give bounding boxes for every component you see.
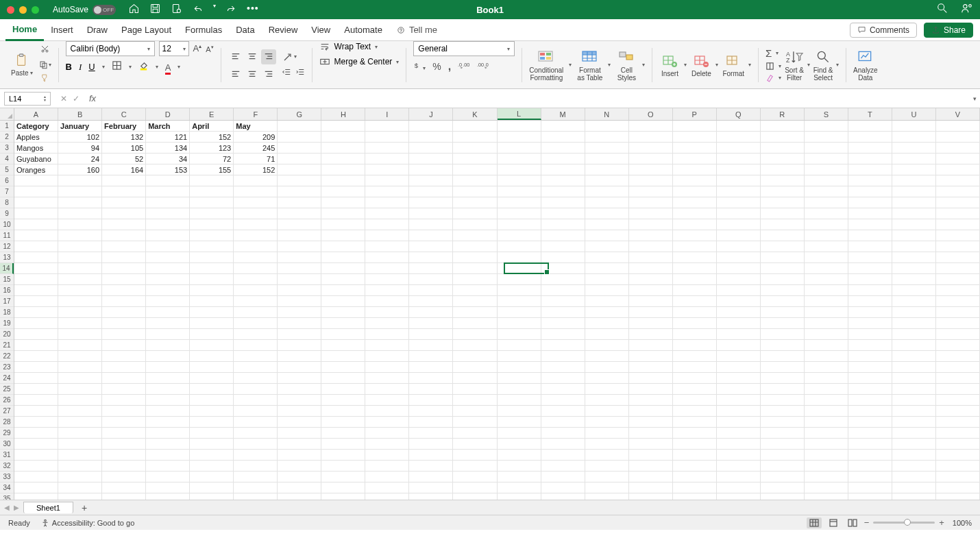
cell-P25[interactable]	[673, 384, 717, 395]
cell-O11[interactable]	[629, 230, 673, 241]
cell-C16[interactable]	[102, 285, 146, 296]
cell-V21[interactable]	[936, 340, 980, 351]
cell-E30[interactable]	[190, 439, 234, 450]
cell-L13[interactable]	[498, 252, 541, 263]
row-header-8[interactable]: 8	[0, 197, 14, 208]
cell-N8[interactable]	[585, 197, 629, 208]
cell-K1[interactable]	[453, 121, 497, 132]
cell-T35[interactable]	[848, 493, 892, 500]
cell-I5[interactable]	[365, 164, 409, 175]
cell-Q26[interactable]	[717, 395, 761, 406]
cell-K34[interactable]	[453, 482, 497, 493]
cell-M9[interactable]	[541, 208, 585, 219]
cell-B7[interactable]	[58, 186, 102, 197]
cell-N22[interactable]	[585, 351, 629, 362]
cell-B25[interactable]	[58, 384, 102, 395]
cell-S6[interactable]	[805, 175, 848, 186]
cell-O2[interactable]	[629, 132, 673, 143]
cell-V2[interactable]	[936, 132, 980, 143]
comma-format-icon[interactable]: ,	[448, 60, 451, 73]
cell-B20[interactable]	[58, 329, 102, 340]
cell-D3[interactable]: 134	[146, 143, 190, 154]
cell-B30[interactable]	[58, 439, 102, 450]
row-header-16[interactable]: 16	[0, 285, 14, 296]
cell-R31[interactable]	[761, 450, 805, 461]
cell-Q24[interactable]	[717, 373, 761, 384]
cell-K31[interactable]	[453, 450, 497, 461]
cell-K14[interactable]	[453, 263, 497, 274]
cell-A17[interactable]	[14, 296, 58, 307]
cell-D4[interactable]: 34	[146, 154, 190, 164]
row-header-9[interactable]: 9	[0, 208, 14, 219]
row-header-7[interactable]: 7	[0, 186, 14, 197]
cell-H14[interactable]	[321, 263, 365, 274]
cell-H29[interactable]	[321, 428, 365, 439]
home-icon[interactable]	[128, 3, 140, 17]
cells-area[interactable]: CategoryJanuaryFebruaryMarchAprilMayAppl…	[14, 121, 980, 500]
cell-M14[interactable]	[541, 263, 585, 274]
row-header-4[interactable]: 4	[0, 154, 14, 164]
cell-C33[interactable]	[102, 472, 146, 482]
cell-H5[interactable]	[321, 164, 365, 175]
cell-K3[interactable]	[453, 143, 497, 154]
cell-L6[interactable]	[498, 175, 541, 186]
cell-D7[interactable]	[146, 186, 190, 197]
cell-O26[interactable]	[629, 395, 673, 406]
cell-C18[interactable]	[102, 307, 146, 318]
row-header-24[interactable]: 24	[0, 373, 14, 384]
cell-M11[interactable]	[541, 230, 585, 241]
cell-N11[interactable]	[585, 230, 629, 241]
bold-button[interactable]: B	[66, 62, 72, 72]
col-header-Q[interactable]: Q	[717, 108, 761, 120]
cell-R16[interactable]	[761, 285, 805, 296]
cell-U18[interactable]	[892, 307, 936, 318]
cell-M16[interactable]	[541, 285, 585, 296]
cell-L20[interactable]	[498, 329, 541, 340]
cell-T15[interactable]	[848, 274, 892, 285]
cell-P11[interactable]	[673, 230, 717, 241]
cell-M30[interactable]	[541, 439, 585, 450]
row-header-29[interactable]: 29	[0, 428, 14, 439]
cell-F16[interactable]	[234, 285, 278, 296]
cell-K4[interactable]	[453, 154, 497, 164]
cell-C8[interactable]	[102, 197, 146, 208]
cell-E10[interactable]	[190, 219, 234, 230]
cell-O28[interactable]	[629, 417, 673, 428]
cell-G17[interactable]	[278, 296, 321, 307]
cell-S25[interactable]	[805, 384, 848, 395]
cell-H9[interactable]	[321, 208, 365, 219]
cell-N28[interactable]	[585, 417, 629, 428]
cell-O30[interactable]	[629, 439, 673, 450]
col-header-C[interactable]: C	[102, 108, 146, 120]
cell-L32[interactable]	[498, 461, 541, 472]
cell-E4[interactable]: 72	[190, 154, 234, 164]
cell-N18[interactable]	[585, 307, 629, 318]
cell-F28[interactable]	[234, 417, 278, 428]
cell-O4[interactable]	[629, 154, 673, 164]
cell-Q18[interactable]	[717, 307, 761, 318]
cell-K27[interactable]	[453, 406, 497, 417]
cell-N17[interactable]	[585, 296, 629, 307]
cell-S20[interactable]	[805, 329, 848, 340]
cell-D22[interactable]	[146, 351, 190, 362]
cell-R24[interactable]	[761, 373, 805, 384]
cell-B3[interactable]: 94	[58, 143, 102, 154]
cell-P8[interactable]	[673, 197, 717, 208]
cell-R18[interactable]	[761, 307, 805, 318]
cell-F20[interactable]	[234, 329, 278, 340]
cell-A35[interactable]	[14, 493, 58, 500]
cell-E1[interactable]: April	[190, 121, 234, 132]
cell-I6[interactable]	[365, 175, 409, 186]
cell-K32[interactable]	[453, 461, 497, 472]
cell-B11[interactable]	[58, 230, 102, 241]
cell-N35[interactable]	[585, 493, 629, 500]
cell-U13[interactable]	[892, 252, 936, 263]
cell-T23[interactable]	[848, 362, 892, 373]
cell-U28[interactable]	[892, 417, 936, 428]
cell-Q9[interactable]	[717, 208, 761, 219]
cell-E18[interactable]	[190, 307, 234, 318]
cell-L28[interactable]	[498, 417, 541, 428]
cell-H34[interactable]	[321, 482, 365, 493]
cell-J3[interactable]	[409, 143, 453, 154]
cell-L2[interactable]	[498, 132, 541, 143]
